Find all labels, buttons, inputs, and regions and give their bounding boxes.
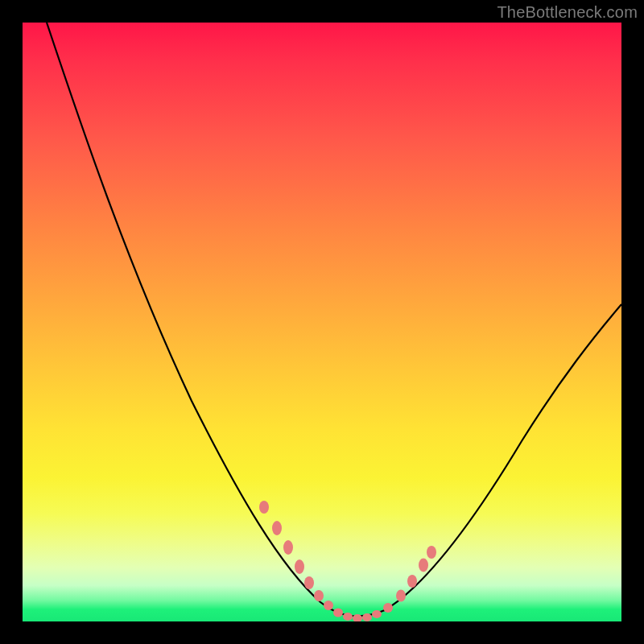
svg-point-6 (324, 601, 333, 610)
svg-point-10 (362, 613, 372, 621)
watermark-text: TheBottleneck.com (497, 3, 638, 22)
chart-frame: TheBottleneck.com (0, 0, 644, 644)
svg-point-2 (283, 540, 293, 555)
svg-point-13 (396, 590, 406, 602)
plot-area (23, 23, 621, 621)
curve-svg (23, 23, 621, 621)
svg-point-15 (419, 559, 428, 572)
svg-point-16 (427, 546, 436, 559)
svg-point-3 (295, 559, 304, 574)
svg-point-11 (372, 610, 382, 618)
svg-point-7 (333, 609, 343, 617)
curve-path (47, 23, 621, 616)
svg-point-0 (259, 501, 269, 514)
svg-point-8 (343, 613, 353, 621)
svg-point-14 (407, 575, 417, 588)
highlighted-dots (259, 501, 436, 621)
svg-point-12 (383, 603, 393, 613)
svg-point-5 (314, 590, 324, 601)
svg-point-1 (272, 521, 282, 535)
svg-point-4 (304, 576, 314, 589)
